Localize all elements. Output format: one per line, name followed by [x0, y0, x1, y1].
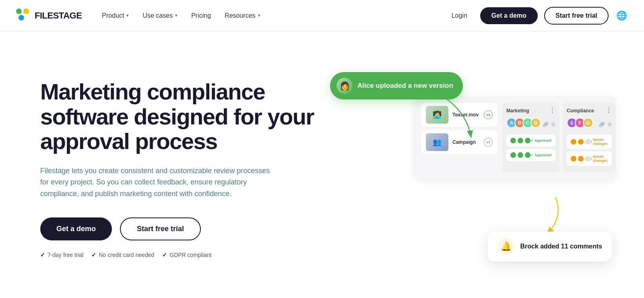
hero-title: Marketing compliance software designed f…: [40, 79, 322, 154]
nav-pricing[interactable]: Pricing: [186, 9, 217, 23]
column-icons: 🔗 ⚙: [543, 122, 555, 127]
nav-links: Product ▾ Use cases ▾ Pricing Resources …: [96, 9, 266, 23]
more-options-icon[interactable]: ⋮: [605, 107, 612, 114]
navbar: FILESTAGE Product ▾ Use cases ▾ Pricing …: [0, 0, 644, 31]
dot-green: [510, 152, 516, 158]
status-row: !Needs changes: [567, 135, 612, 149]
status-dots: [571, 156, 591, 161]
check-icon: ✓: [40, 252, 45, 258]
nav-product[interactable]: Product ▾: [96, 9, 134, 23]
dot-empty: [585, 156, 591, 161]
status-row: ✓Approved: [506, 135, 555, 147]
logo-dot-yellow: [23, 8, 29, 14]
column-title: Marketing: [506, 108, 529, 114]
brock-notification: 🔔 Brock added 11 comments: [488, 232, 612, 261]
get-demo-button[interactable]: Get a demo: [480, 7, 538, 24]
column-icons: 🔗 ⚙: [599, 122, 612, 127]
check-icon: ✓: [91, 252, 96, 258]
status-dots: [510, 138, 530, 143]
hero-section: Marketing compliance software designed f…: [0, 31, 644, 298]
marketing-column: Marketing ⋮ A B C D: [502, 103, 559, 172]
status-dots: [571, 139, 591, 145]
column-avatars: E F G: [567, 118, 593, 128]
needs-changes-badge: !Needs changes: [591, 138, 608, 146]
hero-badges: ✓ 7-day free trial ✓ No credit card need…: [40, 252, 322, 258]
brock-notification-text: Brock added 11 comments: [520, 243, 602, 250]
start-trial-hero-button[interactable]: Start free trial: [120, 217, 201, 240]
compliance-column: Compliance ⋮ E F G 🔗: [563, 103, 616, 172]
dot-green: [525, 152, 530, 158]
chevron-down-icon: ▾: [126, 13, 129, 18]
status-row: !Needs changes: [567, 151, 612, 166]
column-avatars: A B C D: [506, 118, 541, 128]
dashboard-panel: 👩‍💻 Teaser.mov v4 👥: [415, 96, 616, 179]
approved-badge: ✓Approved: [530, 139, 551, 143]
badge-gdpr: ✓ GDPR compliant: [162, 252, 211, 258]
chevron-down-icon: ▾: [258, 13, 260, 18]
hero-buttons: Get a demo Start free trial: [40, 217, 322, 240]
hero-right: 👩 Alice uploaded a new version: [322, 64, 612, 273]
link-icon: 🔗: [543, 122, 549, 127]
status-row: ✓Approved: [506, 149, 555, 161]
dot-orange: [571, 156, 576, 161]
dot-green: [510, 138, 516, 143]
brand-name: FILESTAGE: [35, 10, 82, 21]
settings-icon: ⚙: [607, 122, 612, 127]
badge-no-card: ✓ No credit card needed: [91, 252, 154, 258]
login-button[interactable]: Login: [445, 9, 474, 23]
more-options-icon[interactable]: ⋮: [549, 107, 555, 114]
needs-changes-badge: !Needs changes: [591, 155, 608, 163]
file-name: Teaser.mov: [452, 112, 480, 118]
start-trial-nav-button[interactable]: Start free trial: [544, 7, 609, 25]
logo-dot-green: [16, 8, 22, 14]
status-columns: Marketing ⋮ A B C D: [502, 103, 616, 172]
alice-avatar: 👩: [336, 78, 353, 94]
dot-orange: [578, 139, 584, 145]
file-name: Campaign: [452, 139, 480, 145]
approved-badge: ✓Approved: [530, 153, 551, 157]
dot-green: [518, 152, 523, 158]
column-header: Compliance ⋮: [567, 107, 612, 114]
badge-trial: ✓ 7-day free trial: [40, 252, 83, 258]
avatar: D: [530, 118, 541, 128]
avatar: G: [583, 118, 593, 128]
column-header: Marketing ⋮: [506, 107, 555, 114]
logo[interactable]: FILESTAGE: [16, 8, 82, 23]
nav-use-cases[interactable]: Use cases ▾: [137, 9, 183, 23]
navbar-right: Login Get a demo Start free trial 🌐: [445, 7, 628, 25]
get-demo-hero-button[interactable]: Get a demo: [40, 217, 112, 240]
file-info: Campaign: [452, 139, 480, 145]
column-title: Compliance: [567, 108, 594, 114]
hero-left: Marketing compliance software designed f…: [40, 79, 322, 258]
logo-dot-blue: [19, 15, 24, 21]
bell-icon: 🔔: [497, 238, 514, 255]
nav-resources[interactable]: Resources ▾: [219, 9, 266, 23]
link-icon: 🔗: [599, 122, 605, 127]
dot-empty: [585, 139, 591, 145]
file-thumbnail: 👩‍💻: [426, 106, 448, 124]
list-item: 👥 Campaign v3: [421, 130, 497, 154]
file-thumbnail: 👥: [426, 133, 448, 151]
dot-orange: [571, 139, 576, 145]
file-list: 👩‍💻 Teaser.mov v4 👥: [421, 103, 497, 172]
alice-notification: 👩 Alice uploaded a new version: [330, 72, 463, 99]
settings-icon: ⚙: [551, 122, 555, 127]
dot-green: [518, 138, 523, 143]
dot-orange: [578, 156, 584, 161]
chevron-down-icon: ▾: [175, 13, 178, 18]
hero-description: Filestage lets you create consistent and…: [40, 165, 274, 200]
hero-illustration: 👩 Alice uploaded a new version: [330, 64, 604, 273]
file-info: Teaser.mov: [452, 112, 480, 118]
logo-icon: [16, 8, 31, 23]
version-badge: v4: [484, 110, 493, 119]
status-dots: [510, 152, 530, 158]
list-item: 👩‍💻 Teaser.mov v4: [421, 103, 497, 127]
version-badge: v3: [484, 138, 493, 147]
language-icon[interactable]: 🌐: [615, 9, 628, 22]
dot-green: [525, 138, 530, 143]
check-icon: ✓: [162, 252, 167, 258]
navbar-left: FILESTAGE Product ▾ Use cases ▾ Pricing …: [16, 8, 266, 23]
dashboard-content: 👩‍💻 Teaser.mov v4 👥: [415, 96, 616, 179]
alice-notification-text: Alice uploaded a new version: [357, 82, 453, 90]
